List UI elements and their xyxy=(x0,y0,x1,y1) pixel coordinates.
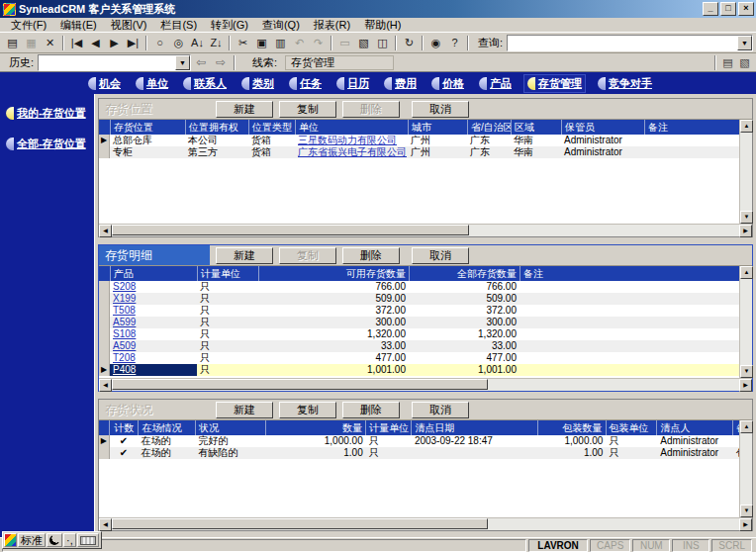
menu-query[interactable]: 查询(Q) xyxy=(255,18,307,33)
detail-delete-button[interactable]: 删除 xyxy=(342,247,400,264)
scrollbar-thumb[interactable] xyxy=(112,225,469,235)
menu-goto[interactable]: 转到(G) xyxy=(204,18,255,33)
status-cancel-button[interactable]: 取消 xyxy=(412,402,469,418)
scrollbar-thumb[interactable] xyxy=(112,379,488,390)
ime-fullwidth-moon-icon[interactable] xyxy=(47,533,62,547)
query-input[interactable] xyxy=(508,37,737,49)
counted-checkmark[interactable]: ✔ xyxy=(110,435,139,447)
location-copy-button[interactable]: 复制 xyxy=(279,101,336,118)
card-view-icon[interactable]: ▤ xyxy=(719,55,736,70)
restore-button[interactable]: □ xyxy=(720,2,736,16)
table-row[interactable]: ▶ 总部仓库 本公司 货箱 三星数码动力有限公司 广州 广东 华南 Admini… xyxy=(99,135,739,146)
query-dropdown-arrow[interactable]: ▼ xyxy=(737,36,752,50)
horizontal-scrollbar[interactable]: ◀ ▶ xyxy=(99,517,752,530)
scroll-left-icon[interactable]: ◀ xyxy=(99,379,112,392)
history-dropdown-arrow[interactable]: ▼ xyxy=(175,55,190,70)
location-cancel-button[interactable]: 取消 xyxy=(412,101,469,118)
tab-inventory[interactable]: 存货管理 xyxy=(523,74,586,93)
tab-product[interactable]: 产品 xyxy=(476,75,515,92)
table-row[interactable]: ✔ 在场的 有缺陷的 1.00 只 1.00 只 Administrator 包… xyxy=(99,447,739,459)
company-link[interactable]: 三星数码动力有限公司 xyxy=(295,135,408,146)
menu-edit[interactable]: 编辑(E) xyxy=(53,18,104,33)
history-combobox[interactable]: ▼ xyxy=(38,54,191,71)
table-row[interactable]: T508 只 372.00 372.00 xyxy=(99,305,739,317)
status-new-button[interactable]: 新建 xyxy=(216,402,273,418)
last-record-icon[interactable]: ▶| xyxy=(124,35,142,51)
product-link[interactable]: T508 xyxy=(110,305,197,317)
horizontal-scrollbar[interactable]: ◀ ▶ xyxy=(99,378,752,391)
ime-soft-keyboard-icon[interactable] xyxy=(77,533,99,547)
vertical-scrollbar[interactable]: ▲ ▼ xyxy=(739,420,752,517)
forward-icon[interactable]: ⇨ xyxy=(211,54,231,70)
tab-task[interactable]: 任务 xyxy=(286,75,325,92)
detail-cancel-button[interactable]: 取消 xyxy=(412,247,469,264)
product-link[interactable]: A599 xyxy=(110,317,197,328)
product-link[interactable]: A509 xyxy=(110,340,197,352)
counted-checkmark[interactable]: ✔ xyxy=(110,447,139,459)
paste-icon[interactable]: ▥ xyxy=(271,35,290,51)
detail-new-button[interactable]: 新建 xyxy=(216,247,273,264)
table-row[interactable]: S108 只 1,320.00 1,320.00 xyxy=(99,328,739,340)
close-button[interactable]: × xyxy=(738,2,754,16)
menu-report[interactable]: 报表(R) xyxy=(307,18,357,33)
tab-expense[interactable]: 费用 xyxy=(381,75,420,92)
minimize-button[interactable]: _ xyxy=(703,2,718,16)
ime-logo-icon[interactable] xyxy=(4,533,17,547)
ime-toolbar[interactable]: 标准 ·, xyxy=(2,531,102,549)
product-link-selected[interactable]: P408 xyxy=(110,364,197,376)
table-row[interactable]: T208 只 477.00 477.00 xyxy=(99,352,739,364)
scroll-left-icon[interactable]: ◀ xyxy=(99,225,112,237)
product-link[interactable]: X199 xyxy=(110,293,197,305)
delete-record-icon[interactable]: ✕ xyxy=(41,35,59,51)
tab-price[interactable]: 价格 xyxy=(428,75,467,92)
scroll-down-icon[interactable]: ▼ xyxy=(740,505,753,517)
vertical-scrollbar[interactable]: ▲ ▼ xyxy=(739,120,752,224)
ime-punctuation-icon[interactable]: ·, xyxy=(63,533,76,547)
scroll-down-icon[interactable]: ▼ xyxy=(740,211,753,224)
sort-ascending-icon[interactable]: A↓ xyxy=(188,35,207,51)
tab-category[interactable]: 类别 xyxy=(238,75,277,92)
report-view-icon[interactable]: ▧ xyxy=(736,55,753,70)
table-row[interactable]: A509 只 33.00 33.00 xyxy=(99,340,739,352)
copy-icon[interactable]: ▣ xyxy=(252,35,271,51)
tab-opportunity[interactable]: 机会 xyxy=(85,75,124,92)
print-preview-icon[interactable]: ◫ xyxy=(373,35,392,51)
search-icon[interactable]: ○ xyxy=(150,35,169,51)
export-icon[interactable]: ▧ xyxy=(354,35,373,51)
query-combobox[interactable]: ▼ xyxy=(507,35,753,51)
table-row[interactable]: ▶ ✔ 在场的 完好的 1,000.00 只 2003-09-22 18:47 … xyxy=(99,435,739,447)
product-link[interactable]: T208 xyxy=(110,352,197,364)
scroll-up-icon[interactable]: ▲ xyxy=(740,266,753,279)
company-link[interactable]: 广东省振兴电子有限公司 xyxy=(295,146,408,158)
prev-record-icon[interactable]: ◀ xyxy=(86,35,105,51)
context-help-icon[interactable]: ? xyxy=(445,35,464,51)
table-row-selected[interactable]: ▶ P408 只 1,001.00 1,001.00 xyxy=(99,364,739,376)
scroll-up-icon[interactable]: ▲ xyxy=(740,120,753,133)
tab-contact[interactable]: 联系人 xyxy=(180,75,230,92)
scroll-right-icon[interactable]: ▶ xyxy=(739,518,752,531)
scroll-right-icon[interactable]: ▶ xyxy=(739,225,752,237)
sidebar-item-all-inventory-locations[interactable]: 全部-存货位置 xyxy=(4,135,94,153)
cut-icon[interactable]: ✂ xyxy=(234,35,252,51)
menu-columns[interactable]: 栏目(S) xyxy=(153,18,204,33)
tab-calendar[interactable]: 日历 xyxy=(333,75,372,92)
menu-file[interactable]: 文件(F) xyxy=(4,18,53,33)
first-record-icon[interactable]: |◀ xyxy=(67,35,86,51)
tab-competitor[interactable]: 竞争对手 xyxy=(595,75,655,92)
product-link[interactable]: S208 xyxy=(110,281,197,293)
tab-company[interactable]: 单位 xyxy=(133,75,171,92)
menu-view[interactable]: 视图(V) xyxy=(104,18,154,33)
scroll-right-icon[interactable]: ▶ xyxy=(739,379,752,392)
ime-mode-label[interactable]: 标准 xyxy=(18,533,46,547)
scroll-left-icon[interactable]: ◀ xyxy=(99,518,112,531)
vertical-scrollbar[interactable]: ▲ ▼ xyxy=(739,266,752,378)
sidebar-item-my-inventory-locations[interactable]: 我的-存货位置 xyxy=(4,104,94,123)
new-record-icon[interactable]: ▤ xyxy=(3,35,22,51)
scroll-up-icon[interactable]: ▲ xyxy=(740,420,753,433)
table-row[interactable]: S208 只 766.00 766.00 xyxy=(99,281,739,293)
sort-descending-icon[interactable]: Z↓ xyxy=(207,35,226,51)
horizontal-scrollbar[interactable]: ◀ ▶ xyxy=(99,224,752,236)
table-row[interactable]: 专柜 第三方 货箱 广东省振兴电子有限公司 广州 广东 华南 Administr… xyxy=(99,146,739,158)
table-row[interactable]: X199 只 509.00 509.00 xyxy=(99,293,739,305)
refresh-icon[interactable]: ↻ xyxy=(400,35,419,51)
